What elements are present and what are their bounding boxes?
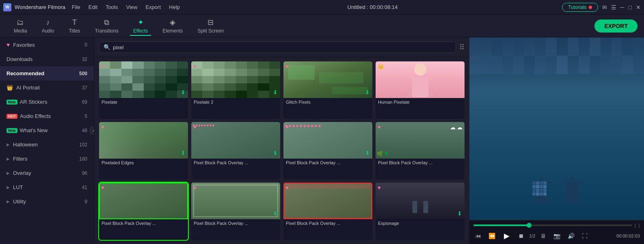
bracket-start: {	[635, 223, 636, 228]
favorite-heart-icon-3: ♥	[285, 63, 289, 70]
project-title: Untitled : 00:00:08:14	[348, 4, 398, 10]
mail-icon[interactable]: ✉	[602, 4, 607, 11]
play-button[interactable]: ▶	[501, 230, 513, 242]
controls-row: ⏮ ⏪ ▶ ⏹ 1/2 🖥 📷 🔊 ⛶ 00:00:02:03	[473, 230, 640, 242]
app-logo: W	[3, 3, 11, 11]
grid-view-icon[interactable]: ⠿	[459, 43, 465, 52]
heart-icon: ♥	[6, 41, 10, 48]
progress-bar[interactable]	[473, 224, 632, 226]
minimize-button[interactable]: ─	[620, 4, 625, 11]
fullscreen-button[interactable]: ⛶	[580, 231, 590, 240]
effect-label-glitch: Glitch Pixels	[283, 98, 372, 106]
effect-card-pixel-block-6[interactable]: ♥ Pixel Block Pack Overlay ...	[283, 183, 372, 240]
sidebar-item-favorites[interactable]: ♥ Favorites 0	[0, 37, 94, 52]
lut-count: 41	[82, 185, 87, 190]
maximize-button[interactable]: □	[629, 4, 632, 11]
effect-card-pixelate[interactable]: ♥ ⬇ Pixelate	[99, 61, 188, 119]
toolbar-media[interactable]: 🗂 Media	[6, 17, 35, 35]
search-input-wrap[interactable]: 🔍	[99, 41, 456, 53]
preview-image	[469, 37, 644, 220]
effect-card-pixel-block-3[interactable]: ☁ ☁ 🌿 🌲 ♥ Pixel Block Pack Overlay ...	[376, 122, 465, 179]
progress-fill	[473, 224, 529, 226]
export-button[interactable]: EXPORT	[594, 20, 638, 33]
effect-label-pixel-block-6: Pixel Block Pack Overlay ...	[283, 219, 372, 227]
sidebar-item-downloads[interactable]: Downloads 32	[0, 52, 94, 66]
utility-count: 9	[84, 199, 87, 205]
effect-card-espionage[interactable]: ♥ ⬇ Espionage	[376, 183, 465, 240]
effect-card-pixelate2[interactable]: ♥ ⬇ Pixelate 2	[191, 61, 280, 119]
chevron-right-icon-5: ▶	[6, 199, 10, 204]
preview-panel: { } ⏮ ⏪ ▶ ⏹ 1/2 🖥 📷 🔊 ⛶ 00:00:02:03	[469, 37, 644, 244]
title-bar-left: W Wondershare Filmora File Edit Tools Vi…	[3, 3, 183, 11]
chevron-right-icon-2: ▶	[6, 157, 10, 161]
sidebar-item-overlay[interactable]: ▶ Overlay 96	[0, 166, 94, 180]
speed-button[interactable]: 1/2	[529, 233, 535, 238]
toolbar-transitions-label: Transitions	[95, 28, 119, 34]
effect-label-pixelate2: Pixelate 2	[191, 98, 280, 106]
effect-card-pixelated-edges[interactable]: ♥ ⬇ Pixelated Edges	[99, 122, 188, 179]
stop-button[interactable]: ⏹	[516, 231, 526, 240]
effect-card-pixel-block-1[interactable]: ♥ ♥ ♥ ♥ ♥ ♥ ♥ ♥ ♥ ⬇ Pixel Block Pack Ove…	[191, 122, 280, 179]
favorite-heart-icon-6: ♥	[193, 124, 197, 130]
title-bar: W Wondershare Filmora File Edit Tools Vi…	[0, 0, 644, 15]
sidebar-recommended-label: Recommended	[6, 70, 44, 76]
toolbar-effects-label: Effects	[133, 28, 148, 34]
toolbar-audio[interactable]: ♪ Audio	[35, 17, 62, 35]
menu-tools[interactable]: Tools	[102, 3, 121, 11]
effect-card-pixel-block-4[interactable]: ♥ Pixel Block Pack Overlay ...	[99, 183, 188, 240]
close-button[interactable]: ✕	[636, 4, 641, 11]
progress-bar-wrap: { }	[473, 223, 640, 228]
effect-card-human-pixelate[interactable]: 👑 Human Pixelate	[376, 61, 465, 119]
search-input[interactable]	[113, 44, 452, 50]
effects-grid: ♥ ⬇ Pixelate ♥ ⬇ P	[94, 57, 469, 244]
halloween-count: 102	[79, 142, 87, 148]
notification-dot	[589, 6, 592, 9]
preview-video	[469, 37, 644, 220]
menu-view[interactable]: View	[123, 3, 140, 11]
sidebar-item-audio-effects[interactable]: HOT Audio Effects 5	[0, 109, 94, 123]
hot-badge: HOT	[6, 114, 17, 119]
effect-card-pixel-block-2[interactable]: ♥ ♥ ♥ ♥ ♥ ♥ ♥ ♥ ♥ ♥ ♥ ⬇	[283, 122, 372, 179]
playback-controls: { } ⏮ ⏪ ▶ ⏹ 1/2 🖥 📷 🔊 ⛶ 00:00:02:03	[469, 220, 644, 244]
effect-label-pixelated-edges: Pixelated Edges	[99, 159, 188, 167]
effect-card-pixel-block-5[interactable]: ♥ ⬇ Pixel Block Pack Overlay ...	[191, 183, 280, 240]
sidebar-item-utility[interactable]: ▶ Utility 9	[0, 194, 94, 209]
sidebar-item-recommended[interactable]: Recommended 500	[0, 66, 94, 81]
toolbar-transitions[interactable]: ⧉ Transitions	[88, 17, 126, 35]
toolbar-splitscreen[interactable]: ⊟ Split Screen	[190, 16, 231, 35]
menu-file[interactable]: File	[69, 3, 84, 11]
toolbar-effects[interactable]: ✦ Effects	[126, 16, 155, 35]
sidebar-downloads-label: Downloads	[6, 56, 32, 62]
ai-portrait-count: 37	[82, 85, 87, 91]
menu-edit[interactable]: Edit	[85, 3, 101, 11]
sidebar-item-whats-new[interactable]: New What's New 48	[0, 123, 94, 137]
new-badge: New	[6, 100, 17, 105]
sidebar-item-lut[interactable]: ▶ LUT 41	[0, 180, 94, 194]
tutorials-button[interactable]: Tutorials	[562, 3, 598, 12]
monitor-icon[interactable]: 🖥	[538, 231, 548, 240]
sidebar-item-ai-portrait[interactable]: 👑 AI Portrait 37	[0, 81, 94, 95]
toolbar-splitscreen-label: Split Screen	[197, 28, 224, 34]
download-icon-6: ⬇	[273, 150, 278, 156]
screenshot-button[interactable]: 📷	[551, 231, 562, 240]
download-icon-12: ⬇	[457, 210, 462, 217]
sidebar-item-filters[interactable]: ▶ Filters 160	[0, 152, 94, 166]
search-bar: 🔍 ⠿	[94, 37, 469, 57]
effect-thumb-glitch: ♥ ⬇	[283, 61, 372, 98]
toolbar-elements[interactable]: ◈ Elements	[155, 16, 190, 35]
skip-backward-button[interactable]: ⏮	[473, 231, 483, 240]
volume-button[interactable]: 🔊	[566, 231, 577, 240]
sidebar-item-halloween[interactable]: ▶ Halloween 102	[0, 137, 94, 152]
effect-thumb-pixel-block-4: ♥	[99, 183, 188, 219]
effect-thumb-pixel-block-5: ♥ ⬇	[191, 183, 280, 219]
effect-card-glitch[interactable]: ♥ ⬇ Glitch Pixels	[283, 61, 372, 119]
effect-thumb-pixelate2: ♥ ⬇	[191, 61, 280, 98]
frame-backward-button[interactable]: ⏪	[486, 231, 497, 240]
menu-icon[interactable]: ☰	[611, 4, 616, 11]
sidebar-utility-label: Utility	[13, 198, 26, 205]
progress-thumb[interactable]	[527, 223, 532, 228]
menu-help[interactable]: Help	[166, 3, 183, 11]
menu-export[interactable]: Export	[142, 3, 164, 11]
sidebar-item-ar-stickers[interactable]: New AR Stickers 69	[0, 95, 94, 109]
toolbar-titles[interactable]: T Titles	[61, 17, 87, 35]
